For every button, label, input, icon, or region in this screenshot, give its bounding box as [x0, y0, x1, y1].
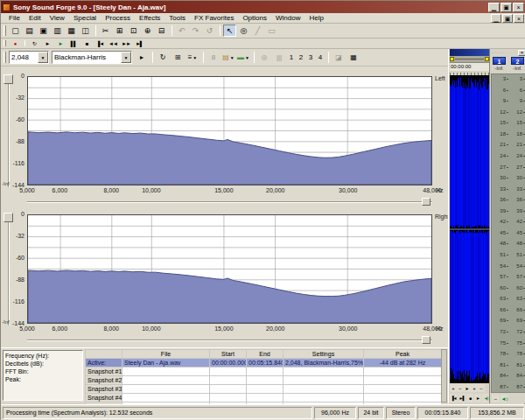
save-button[interactable]: ▣ [37, 24, 50, 37]
stop-button[interactable]: ■ [466, 394, 473, 402]
delete-snapshot-button[interactable]: ◪ [332, 51, 346, 64]
fft-size-select[interactable]: 2,048 ▼ [9, 51, 49, 64]
go-to-end-button[interactable]: ►▌ [458, 394, 466, 402]
app-icon[interactable] [3, 4, 10, 11]
loop-playback-button[interactable]: ↻ [28, 38, 40, 48]
menu-process[interactable]: Process [101, 13, 135, 23]
table-row[interactable]: Snapshot #2: [86, 376, 442, 385]
spectrum-plot-right[interactable] [27, 214, 432, 324]
menu-window[interactable]: Window [271, 13, 304, 23]
new-file-button[interactable]: ▢ [9, 24, 22, 37]
table-row[interactable]: Snapshot #3: [86, 385, 442, 394]
minimize-button[interactable]: ▁ [488, 3, 500, 12]
print-graph-button[interactable]: ▦ [346, 51, 360, 64]
toolbar-grip[interactable] [4, 52, 6, 63]
graph-color-button[interactable]: ▬▼ [236, 51, 250, 64]
region-start-marker[interactable] [450, 57, 454, 61]
zoom-in-level-button[interactable]: + [471, 384, 478, 392]
forward-button[interactable]: ►► [120, 38, 132, 48]
file-properties-button[interactable]: ▦ [65, 24, 78, 37]
trim-button[interactable]: ⊟ [155, 24, 168, 37]
play-button[interactable]: ► [54, 38, 66, 48]
table-row[interactable]: Active:Steely Dan - Aja.wav00:00:00.0000… [86, 359, 442, 368]
snapshot-1-button[interactable]: 1 [287, 51, 296, 64]
stop-button[interactable]: ■ [80, 38, 93, 48]
pencil-tool-button[interactable]: ╱ [251, 24, 264, 37]
meters-collapse-button[interactable]: − [492, 395, 500, 402]
cut-button[interactable]: ✂ [99, 24, 112, 37]
copy-button[interactable]: ⊞ [113, 24, 126, 37]
snapshot-4-button[interactable]: 4 [316, 51, 325, 64]
meter-channel-1[interactable]: 1 [493, 57, 506, 65]
mix-button[interactable]: ⊕ [141, 24, 154, 37]
panel-grip[interactable]: ····· [490, 51, 518, 54]
zoom-out-time-button[interactable]: − [457, 384, 464, 392]
media-explorer-button[interactable]: ◫ [79, 24, 92, 37]
repeat-button[interactable]: ↺ [203, 24, 216, 37]
go-to-start-button[interactable]: ▐◄ [94, 38, 106, 48]
menu-options[interactable]: Options [238, 13, 271, 23]
redo-button[interactable]: ↷ [189, 24, 202, 37]
hold-peak-button[interactable]: 8 [206, 51, 220, 64]
zoom-normal-button[interactable]: ▸ [464, 384, 471, 392]
menu-help[interactable]: Help [304, 13, 327, 23]
play-button[interactable]: ► [474, 394, 481, 402]
region-ruler[interactable] [450, 56, 489, 63]
menu-edit[interactable]: Edit [24, 13, 46, 23]
toolbar-grip[interactable] [4, 40, 6, 47]
snapshot-3-button[interactable]: 3 [306, 51, 315, 64]
menu-special[interactable]: Special [69, 13, 101, 23]
menu-view[interactable]: View [46, 13, 69, 23]
waveform-overview[interactable] [450, 75, 489, 383]
display-mode-button[interactable]: ≡▼ [186, 51, 200, 64]
play-all-button[interactable]: ► [41, 38, 53, 48]
meters-output-button[interactable]: ◄) [500, 395, 508, 402]
minimize-button[interactable]: ▁ [491, 14, 501, 23]
pause-button[interactable]: ▌▌ [67, 38, 80, 48]
paste-button[interactable]: ⊡ [127, 24, 140, 37]
scroll-slider-left-channel[interactable] [27, 198, 432, 206]
menu-effects[interactable]: Effects [135, 13, 164, 23]
restore-button[interactable]: ▣ [502, 14, 513, 23]
restore-button[interactable]: ▣ [500, 3, 512, 12]
slider-handle[interactable] [422, 336, 430, 344]
open-file-button[interactable]: ▤ [23, 24, 36, 37]
table-row[interactable]: Snapshot #1: [86, 368, 442, 376]
overview-title-bar[interactable] [450, 49, 489, 56]
table-row[interactable]: Snapshot #4: [86, 394, 442, 402]
rewind-button[interactable]: ◄◄ [107, 38, 119, 48]
table-scrollbar[interactable] [441, 349, 447, 402]
dropdown-arrow-icon[interactable]: ▼ [38, 52, 48, 63]
save-all-button[interactable]: ▥ [51, 24, 64, 37]
record-button[interactable]: ● [9, 38, 21, 48]
menu-fx-favorites[interactable]: FX Favorites [190, 13, 238, 23]
go-to-end-button[interactable]: ►▌ [133, 38, 145, 48]
zoom-in-time-button[interactable]: + [450, 384, 457, 392]
scroll-slider-right-channel[interactable] [27, 336, 432, 344]
smoothing-window-select[interactable]: Blackman-Harris ▼ [52, 51, 132, 64]
close-button[interactable]: × [514, 14, 524, 23]
menu-tools[interactable]: Tools [164, 13, 190, 23]
close-button[interactable]: × [513, 3, 524, 12]
slider-handle[interactable] [422, 198, 430, 206]
auto-refresh-button[interactable]: ▸ [135, 51, 149, 64]
capture-snapshot-button[interactable]: ⊞ [171, 51, 185, 64]
menu-file[interactable]: File [4, 13, 24, 23]
zoom-out-level-button[interactable]: − [478, 384, 485, 392]
sync-graphs-button[interactable]: ◎ [257, 51, 271, 64]
magnify-tool-button[interactable]: ◎ [237, 24, 250, 37]
update-display-button[interactable]: ↻ [156, 51, 170, 64]
event-tool-button[interactable]: ▭ [265, 24, 278, 37]
meter-channel-2[interactable]: 2 [511, 57, 524, 65]
show-grid-button[interactable]: ||| [272, 51, 286, 64]
graph-type-button[interactable]: ▤▼ [221, 51, 235, 64]
dropdown-arrow-icon[interactable]: ▼ [121, 52, 131, 63]
toolbar-grip[interactable] [4, 25, 6, 35]
undo-button[interactable]: ↶ [175, 24, 188, 37]
snapshot-2-button[interactable]: 2 [297, 51, 305, 64]
spectrum-plot-left[interactable] [27, 76, 432, 186]
go-to-start-button[interactable]: ▐◄ [450, 394, 458, 402]
meters-close-button[interactable]: × [518, 50, 525, 56]
edit-tool-button[interactable]: ↖ [223, 24, 236, 37]
output-device-button[interactable]: ◄) [482, 394, 489, 402]
